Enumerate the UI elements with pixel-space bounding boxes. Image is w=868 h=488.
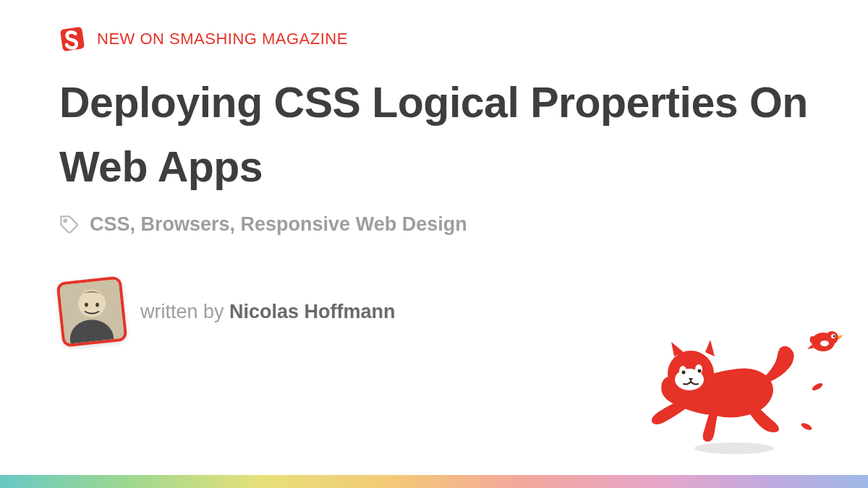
svg-point-21: [820, 341, 829, 346]
smashing-logo-icon: [59, 26, 85, 52]
svg-point-9: [800, 421, 812, 431]
gradient-footer-bar: [0, 475, 868, 488]
svg-point-15: [682, 371, 686, 374]
mascot-cat-icon: [637, 307, 854, 459]
svg-point-7: [95, 303, 99, 307]
svg-point-16: [698, 369, 702, 373]
written-by-label: written by: [140, 301, 229, 322]
svg-point-10: [694, 442, 774, 454]
header-label: NEW ON SMASHING MAGAZINE: [97, 30, 348, 48]
tag-icon: [59, 215, 80, 235]
author-text: written by Nicolas Hoffmann: [140, 301, 396, 323]
svg-point-1: [64, 219, 67, 222]
tags-row: CSS, Browsers, Responsive Web Design: [0, 199, 868, 236]
svg-point-20: [833, 335, 835, 338]
article-title: Deploying CSS Logical Properties On Web …: [0, 52, 868, 199]
avatar-placeholder-icon: [58, 278, 126, 346]
page-header: NEW ON SMASHING MAGAZINE: [0, 0, 868, 52]
author-avatar: [56, 276, 128, 348]
svg-point-6: [85, 303, 88, 307]
svg-point-8: [811, 382, 823, 392]
author-name: Nicolas Hoffmann: [229, 301, 396, 322]
tags-text: CSS, Browsers, Responsive Web Design: [90, 213, 467, 236]
